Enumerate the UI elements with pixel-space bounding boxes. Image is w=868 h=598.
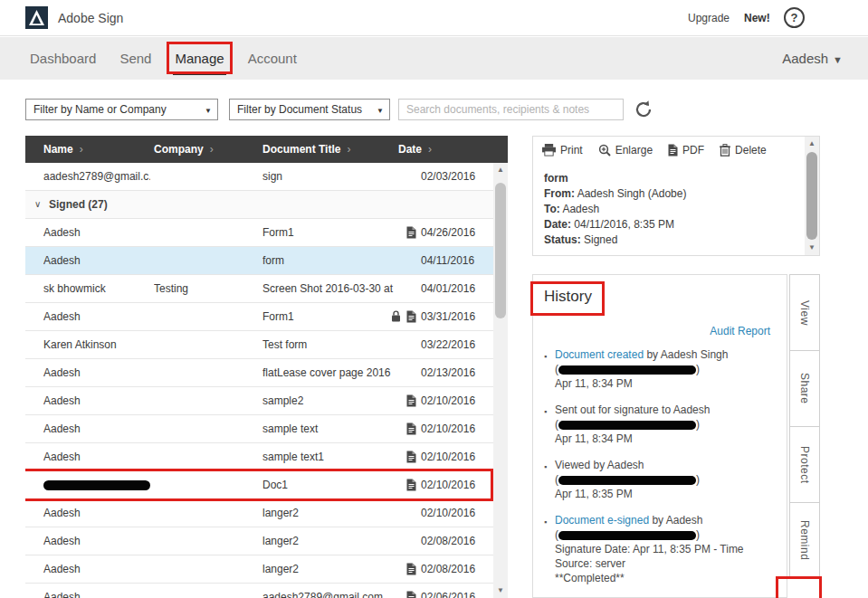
scrollbar-thumb[interactable]: [806, 152, 817, 240]
bullet-icon: ▪: [544, 515, 547, 529]
name-company-filter-select[interactable]: Filter by Name or Company ▼: [25, 99, 218, 120]
dropdown-arrow-icon: ▼: [377, 107, 384, 115]
cell-name: Aadesh: [43, 415, 150, 442]
history-panel: History Audit Report ▪Document created b…: [532, 274, 787, 598]
pdf-icon[interactable]: [406, 451, 416, 464]
cell-title: sample text: [262, 415, 395, 442]
table-row[interactable]: Doc102/10/2016: [25, 471, 493, 499]
pdf-icon[interactable]: [406, 422, 416, 436]
table-row[interactable]: Aadeshsample text02/10/2016: [25, 415, 493, 443]
side-tab-share[interactable]: Share: [789, 350, 820, 427]
sort-arrow-icon: ›: [347, 143, 350, 156]
document-status-filter-select[interactable]: Filter by Document Status ▼: [229, 99, 390, 120]
cell-title: Test form: [262, 331, 395, 358]
table-row[interactable]: Aadeshsample202/10/2016: [25, 387, 493, 415]
upgrade-link[interactable]: Upgrade: [688, 12, 730, 24]
table-scrollbar[interactable]: ▲ ▼: [493, 163, 508, 598]
nav-tab-dashboard[interactable]: Dashboard: [30, 51, 96, 66]
redacted-line: (): [555, 362, 779, 376]
scroll-up-icon[interactable]: ▲: [805, 137, 819, 151]
pdf-icon[interactable]: [406, 310, 416, 324]
pdf-icon[interactable]: [406, 479, 416, 492]
scroll-up-icon[interactable]: ▲: [493, 163, 508, 177]
cell-name: Karen Atkinson: [43, 331, 150, 358]
table-row[interactable]: Aadeshaadesh2789@gmail.com02/06/2016: [25, 584, 493, 598]
new-badge[interactable]: New!: [744, 12, 770, 24]
cell-name: Aadesh: [43, 499, 150, 527]
scroll-down-icon[interactable]: ▼: [805, 241, 819, 255]
detail-scrollbar[interactable]: ▲ ▼: [805, 137, 819, 255]
cell-company: [154, 499, 259, 527]
user-menu[interactable]: Aadesh▼: [782, 51, 843, 66]
side-tab-remind[interactable]: Remind: [789, 502, 820, 579]
cell-company: [154, 387, 259, 414]
table-row[interactable]: sk bhowmickTestingScreen Shot 2016-03-30…: [25, 275, 493, 303]
cell-name: aadesh2789@gmail.c...: [43, 163, 150, 190]
pdf-button[interactable]: PDF: [668, 144, 704, 157]
pdf-icon[interactable]: [406, 563, 416, 576]
nav-tab-manage[interactable]: Manage: [175, 51, 224, 66]
bullet-icon: ▪: [544, 460, 547, 474]
cell-date: 03/31/2016: [421, 303, 489, 330]
table-row[interactable]: Aadeshlanger202/10/2016: [25, 499, 493, 527]
column-header-company[interactable]: Company›: [154, 136, 214, 163]
document-detail-panel: PrintEnlargePDFDelete form From: Aadesh …: [532, 136, 820, 256]
cell-name: Aadesh: [43, 443, 150, 470]
table-row[interactable]: AadeshflatLease cover page 201602/13/201…: [25, 359, 493, 387]
cell-name: Aadesh: [43, 527, 150, 555]
adobe-logo-icon: [25, 6, 48, 29]
side-tab-view[interactable]: View: [789, 274, 820, 351]
bullet-icon: ▪: [544, 349, 547, 364]
audit-report-link[interactable]: Audit Report: [710, 325, 770, 337]
table-row[interactable]: aadesh2789@gmail.c...sign02/03/2016: [25, 163, 493, 191]
doc-info-line: From: Aadesh Singh (Adobe): [544, 186, 686, 202]
side-tab-protect[interactable]: Protect: [789, 426, 820, 503]
help-icon[interactable]: ?: [784, 7, 805, 28]
cell-name: Aadesh: [43, 387, 150, 414]
cell-title: Form1: [262, 219, 395, 246]
pdf-icon[interactable]: [406, 591, 416, 598]
history-event-link[interactable]: Document created: [555, 348, 644, 361]
column-header-name[interactable]: Name›: [43, 136, 83, 163]
table-row[interactable]: Aadeshlanger202/08/2016: [25, 527, 493, 555]
cell-date: 04/11/2016: [421, 247, 489, 274]
field-value: Aadesh Singh (Adobe): [577, 187, 687, 200]
cell-name: Aadesh: [43, 584, 150, 598]
doc-info-line: Date: 04/11/2016, 8:35 PM: [544, 217, 686, 233]
table-row[interactable]: Aadeshform04/11/2016: [25, 247, 493, 275]
pdf-icon[interactable]: [406, 226, 416, 240]
nav-tab-send[interactable]: Send: [119, 51, 151, 66]
enlarge-button[interactable]: Enlarge: [598, 144, 653, 157]
cell-company: [154, 359, 259, 386]
table-row[interactable]: AadeshForm103/31/2016: [25, 303, 493, 331]
column-header-date[interactable]: Date›: [398, 136, 432, 163]
cell-date: 02/10/2016: [421, 471, 489, 498]
history-heading: History: [544, 288, 592, 306]
table-row[interactable]: Aadeshlanger202/08/2016: [25, 555, 493, 584]
print-button[interactable]: Print: [542, 144, 583, 157]
scroll-down-icon[interactable]: ▼: [493, 584, 508, 598]
cell-date: 03/22/2016: [421, 331, 489, 358]
cell-name: Aadesh: [43, 303, 150, 330]
cell-date: 02/06/2016: [421, 584, 489, 598]
cell-title: langer2: [262, 527, 395, 555]
table-row[interactable]: AadeshForm104/26/2016: [25, 219, 493, 247]
history-event-link[interactable]: Document e-signed: [555, 514, 649, 527]
nav-tab-account[interactable]: Account: [248, 51, 297, 66]
field-label: From:: [544, 187, 575, 200]
refresh-icon[interactable]: [633, 99, 654, 120]
pdf-icon[interactable]: [406, 394, 416, 408]
main-nav: DashboardSendManageAccount Aadesh▼: [0, 37, 868, 80]
cell-title: flatLease cover page 2016: [262, 359, 395, 386]
table-header: Name›Company›Document Title›Date›: [25, 136, 508, 163]
scrollbar-thumb[interactable]: [495, 183, 506, 318]
chevron-down-icon: ▼: [833, 54, 843, 65]
delete-button[interactable]: Delete: [720, 144, 767, 157]
table-section-signed[interactable]: ∨Signed (27): [25, 191, 493, 219]
table-row[interactable]: Aadeshsample text102/10/2016: [25, 443, 493, 471]
cell-date: 02/08/2016: [421, 527, 489, 555]
search-input[interactable]: [398, 99, 624, 120]
tool-label: Enlarge: [615, 144, 653, 157]
table-row[interactable]: Karen AtkinsonTest form03/22/2016: [25, 331, 493, 359]
column-header-document-title[interactable]: Document Title›: [262, 136, 350, 163]
